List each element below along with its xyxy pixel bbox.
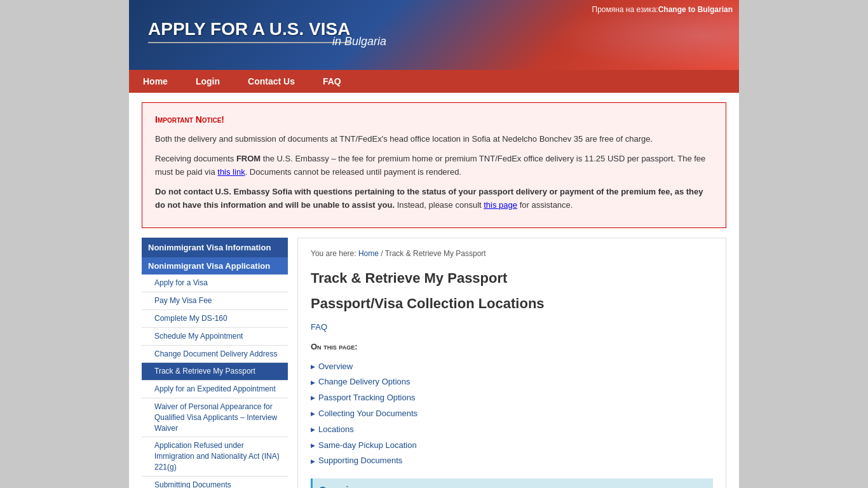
important-notice: Important Notice! Both the delivery and … [142,102,726,228]
toc-same-day[interactable]: Same-day Pickup Location [318,439,417,452]
notice-para-3: Do not contact U.S. Embassy Sofia with q… [155,186,713,212]
breadcrumb-home[interactable]: Home [358,249,379,258]
page-title: Track & Retrieve My Passport [311,267,713,289]
main-title: APPLY FOR A U.S. VISA [148,19,350,43]
toc-item: Supporting Documents [311,453,713,469]
this-link-1[interactable]: this link [217,167,245,177]
toc-item: Change Delivery Options [311,374,713,390]
toc-list: Overview Change Delivery Options Passpor… [311,359,713,470]
nav-home[interactable]: Home [129,70,182,93]
notice-title: Important Notice! [155,112,713,126]
toc-change-delivery[interactable]: Change Delivery Options [318,376,410,389]
nav-login[interactable]: Login [182,70,234,93]
sidebar-main-header: Nonimmigrant Visa Information [142,238,288,257]
toc-item: Locations [311,422,713,438]
sidebar-waiver[interactable]: Waiver of Personal Appearance for Qualif… [142,398,288,437]
sidebar-change-delivery[interactable]: Change Document Delivery Address [142,346,288,363]
site-subtitle: in Bulgaria [332,35,386,48]
sidebar-pay-fee[interactable]: Pay My Visa Fee [142,292,288,310]
content-area: Nonimmigrant Visa Information Nonimmigra… [142,238,726,488]
main-nav: Home Login Contact Us FAQ [129,70,739,93]
toc-item: Overview [311,359,713,375]
sidebar-schedule[interactable]: Schedule My Appointment [142,328,288,346]
sidebar-submitting[interactable]: Submitting Documents [142,477,288,488]
sidebar: Nonimmigrant Visa Information Nonimmigra… [142,238,288,488]
sidebar-ds160[interactable]: Complete My DS-160 [142,310,288,328]
toc-item: Passport Tracking Options [311,390,713,406]
notice-para-2: Receiving documents FROM the U.S. Embass… [155,152,713,179]
toc-item: Same-day Pickup Location [311,438,713,454]
this-page-link[interactable]: this page [484,200,517,210]
sidebar-expedited[interactable]: Apply for an Expedited Appointment [142,381,288,398]
sidebar-track-nonimmigrant[interactable]: Track & Retrieve My Passport [142,363,288,381]
overview-section-header: Overview [311,478,713,488]
nav-contact[interactable]: Contact Us [234,70,309,93]
main-content: You are here: Home / Track & Retrieve My… [297,238,726,488]
breadcrumb: You are here: Home / Track & Retrieve My… [311,248,713,260]
nav-faq[interactable]: FAQ [309,70,355,93]
header-decoration [548,0,739,70]
do-not-contact-bold: Do not contact U.S. Embassy Sofia with q… [155,187,703,210]
site-title: APPLY FOR A U.S. VISA [148,19,350,43]
on-this-page-label: On this page: [311,341,713,354]
notice-para-1: Both the delivery and submission of docu… [155,133,713,146]
page-subtitle: Passport/Visa Collection Locations [311,292,713,315]
toc-tracking[interactable]: Passport Tracking Options [318,391,415,405]
toc-collecting[interactable]: Collecting Your Documents [318,407,417,421]
toc-locations[interactable]: Locations [318,423,354,437]
breadcrumb-current: Track & Retrieve My Passport [385,249,486,258]
sidebar-apply-visa[interactable]: Apply for a Visa [142,274,288,292]
sidebar-nonimmigrant-header: Nonimmigrant Visa Application [142,257,288,274]
faq-link[interactable]: FAQ [311,321,713,334]
toc-supporting[interactable]: Supporting Documents [318,454,402,468]
toc-overview[interactable]: Overview [318,360,353,374]
site-header: Промяна на езика:Change to Bulgarian APP… [129,0,739,70]
toc-item: Collecting Your Documents [311,406,713,422]
sidebar-refused[interactable]: Application Refused under Immigration an… [142,437,288,476]
from-bold: FROM [236,154,261,163]
